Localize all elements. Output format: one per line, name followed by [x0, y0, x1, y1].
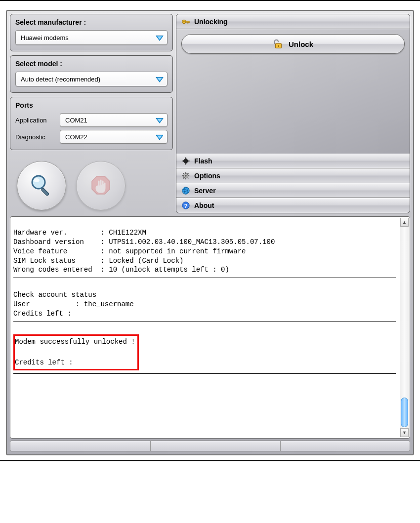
- dropdown-arrow-icon: [155, 33, 164, 42]
- svg-point-8: [32, 176, 45, 189]
- model-group: Select model : Auto detect (recommended): [10, 55, 173, 93]
- dropdown-arrow-icon: [155, 116, 164, 124]
- application-port-value: COM21: [65, 117, 155, 124]
- scrollbar[interactable]: ▲ ▼: [400, 218, 409, 437]
- chip-icon: [181, 157, 190, 165]
- divider: [13, 373, 396, 374]
- log-line: SIM Lock status : Locked (Card Lock): [13, 257, 183, 265]
- log-line: Check account status: [13, 291, 96, 299]
- log-line: Credits left :: [13, 310, 72, 318]
- status-cell: [151, 441, 280, 451]
- stop-hand-icon: [89, 173, 113, 199]
- status-bar: [10, 441, 410, 451]
- manufacturer-label: Select manufacturer :: [15, 18, 168, 26]
- options-header[interactable]: Options: [176, 168, 410, 183]
- svg-rect-15: [188, 22, 188, 23]
- help-icon: ?: [181, 201, 190, 210]
- diagnostic-port-label: Diagnostic: [15, 133, 60, 141]
- svg-line-30: [183, 173, 184, 174]
- model-value: Auto detect (recommended): [21, 76, 155, 83]
- unlock-button[interactable]: Unlock: [181, 34, 405, 54]
- svg-point-9: [34, 178, 40, 182]
- diagnostic-port-value: COM22: [65, 133, 155, 141]
- unlocking-header-label: Unlocking: [194, 18, 228, 26]
- gear-icon: [181, 171, 190, 180]
- flash-label: Flash: [194, 157, 212, 165]
- manufacturer-group: Select manufacturer : Huawei modems: [10, 14, 173, 51]
- log-area: Hardware ver. : CH1E122XM Dashboard vers…: [10, 216, 410, 439]
- dropdown-arrow-icon: [155, 132, 164, 141]
- divider: [13, 278, 396, 278]
- dropdown-arrow-icon: [155, 75, 164, 83]
- key-icon: [181, 17, 190, 26]
- svg-point-13: [183, 21, 185, 22]
- svg-line-33: [188, 173, 189, 174]
- unlocking-header[interactable]: Unlocking: [176, 14, 410, 29]
- about-label: About: [194, 201, 214, 209]
- application-port-label: Application: [15, 117, 60, 124]
- ports-label: Ports: [15, 101, 168, 109]
- status-cell: [21, 441, 151, 451]
- action-panel: Unlocking Unlock: [176, 14, 410, 213]
- divider: [13, 322, 396, 322]
- unlock-button-label: Unlock: [289, 40, 313, 48]
- search-button[interactable]: [17, 161, 66, 210]
- globe-icon: [181, 186, 190, 195]
- status-cell: [10, 441, 21, 451]
- manufacturer-value: Huawei modems: [21, 34, 155, 41]
- scroll-thumb[interactable]: [401, 398, 408, 427]
- server-header[interactable]: Server: [176, 183, 410, 198]
- magnifier-icon: [29, 172, 54, 200]
- server-label: Server: [194, 187, 216, 195]
- log-line: Credits left :: [15, 359, 73, 366]
- application-port-dropdown[interactable]: COM21: [60, 113, 168, 127]
- log-line: Voice feature : not supported in current…: [13, 247, 246, 255]
- svg-rect-10: [41, 188, 49, 196]
- scroll-up-button[interactable]: ▲: [400, 218, 409, 227]
- app-panel: Select manufacturer : Huawei modems Sele…: [6, 10, 414, 455]
- log-line: Wrong codes entered : 10 (unlock attempt…: [13, 266, 229, 274]
- unlocking-body: Unlock: [176, 29, 410, 154]
- ports-group: Ports Application COM21 Diagnostic: [10, 97, 173, 150]
- options-label: Options: [194, 172, 220, 180]
- log-line: User : the_username: [13, 300, 134, 308]
- svg-rect-16: [189, 22, 189, 23]
- log-line: Modem successfully unlocked !: [15, 338, 135, 346]
- about-header[interactable]: ? About: [176, 198, 410, 213]
- manufacturer-dropdown[interactable]: Huawei modems: [15, 30, 168, 45]
- log-content[interactable]: Hardware ver. : CH1E122XM Dashboard vers…: [10, 217, 399, 438]
- scroll-down-button[interactable]: ▼: [400, 428, 409, 437]
- svg-point-25: [185, 175, 187, 177]
- model-dropdown[interactable]: Auto detect (recommended): [15, 72, 168, 86]
- svg-line-31: [188, 177, 189, 178]
- svg-rect-19: [183, 158, 189, 164]
- svg-line-32: [183, 177, 184, 178]
- log-line: Dashboard version : UTPS11.002.03.40.100…: [13, 238, 275, 246]
- diagnostic-port-dropdown[interactable]: COM22: [60, 130, 168, 144]
- status-cell: [281, 441, 410, 451]
- svg-point-34: [182, 187, 189, 194]
- model-label: Select model :: [15, 60, 168, 68]
- flash-header[interactable]: Flash: [176, 154, 410, 168]
- svg-rect-18: [278, 45, 279, 47]
- stop-button: [76, 161, 126, 210]
- success-highlight: Modem successfully unlocked ! Credits le…: [13, 334, 139, 370]
- svg-text:?: ?: [184, 202, 187, 209]
- log-line: Hardware ver. : CH1E122XM: [13, 229, 146, 237]
- padlock-open-icon: [273, 39, 284, 49]
- scroll-track[interactable]: [400, 227, 409, 428]
